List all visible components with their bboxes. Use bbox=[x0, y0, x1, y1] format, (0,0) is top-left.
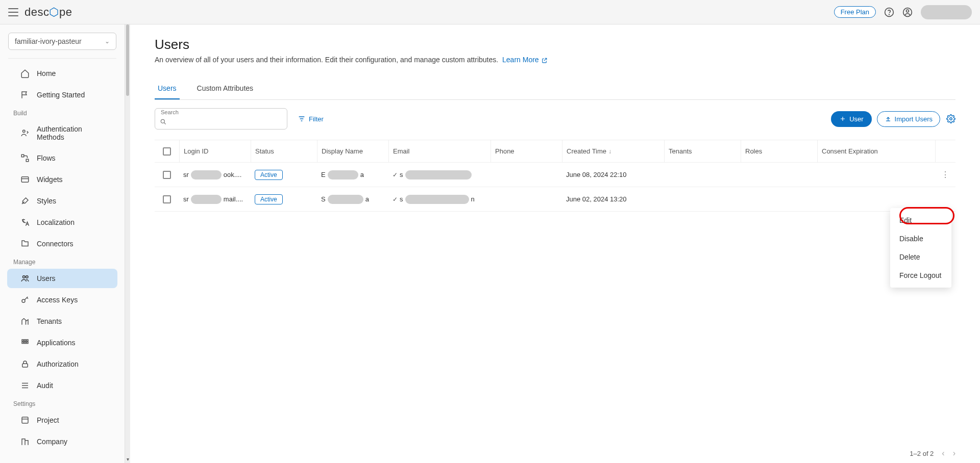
th-status[interactable]: Status bbox=[251, 140, 317, 162]
sidebar-item-label: Home bbox=[37, 69, 56, 78]
sidebar-heading-settings: Settings bbox=[0, 396, 125, 409]
svg-point-19 bbox=[161, 119, 164, 123]
project-name: familiar-ivory-pasteur bbox=[15, 37, 82, 45]
widgets-icon bbox=[20, 175, 30, 184]
status-badge: Active bbox=[255, 170, 283, 180]
user-avatar[interactable] bbox=[921, 5, 972, 19]
th-login-id[interactable]: Login ID bbox=[179, 140, 251, 162]
sidebar-item-auth-methods[interactable]: Authentication Methods bbox=[7, 120, 117, 146]
table-row[interactable]: srmail.... Active Sa ✓sn June 02, 2024 1… bbox=[155, 187, 955, 212]
add-user-button[interactable]: User bbox=[831, 111, 871, 127]
context-force-logout[interactable]: Force Logout bbox=[890, 266, 951, 285]
redacted bbox=[328, 170, 358, 179]
sidebar-item-access-keys[interactable]: Access Keys bbox=[7, 290, 117, 310]
sidebar-item-label: Getting Started bbox=[37, 91, 85, 99]
svg-rect-13 bbox=[27, 340, 28, 341]
sidebar-item-connectors[interactable]: Connectors bbox=[7, 234, 117, 253]
next-page-button[interactable]: › bbox=[953, 449, 955, 458]
cell-created: June 02, 2024 13:20 bbox=[562, 195, 664, 203]
audit-icon bbox=[20, 381, 30, 390]
sidebar-item-label: Styles bbox=[37, 197, 56, 205]
filter-button[interactable]: Filter bbox=[298, 115, 324, 123]
context-delete[interactable]: Delete bbox=[890, 248, 951, 266]
sidebar-item-styles[interactable]: Styles bbox=[7, 191, 117, 211]
check-icon: ✓ bbox=[393, 171, 398, 178]
free-plan-button[interactable]: Free Plan bbox=[834, 6, 876, 18]
sidebar-item-authorization[interactable]: Authorization bbox=[7, 354, 117, 374]
subtitle-text: An overview of all of your users and the… bbox=[155, 56, 498, 64]
auth-icon bbox=[20, 128, 30, 138]
account-icon[interactable] bbox=[902, 7, 913, 17]
table-row[interactable]: srook.... Active Ea ✓s June 08, 2024 22:… bbox=[155, 163, 955, 187]
sidebar-item-localization[interactable]: Localization bbox=[7, 213, 117, 232]
sidebar-item-getting-started[interactable]: Getting Started bbox=[7, 85, 117, 105]
check-icon: ✓ bbox=[393, 196, 398, 203]
sidebar-item-label: Localization bbox=[37, 218, 75, 226]
filter-icon bbox=[298, 115, 306, 123]
table-settings-button[interactable] bbox=[946, 114, 955, 123]
sidebar-item-tenants[interactable]: Tenants bbox=[7, 312, 117, 331]
row-checkbox[interactable] bbox=[163, 171, 171, 179]
th-phone[interactable]: Phone bbox=[491, 140, 562, 162]
th-display-name[interactable]: Display Name bbox=[317, 140, 388, 162]
learn-more-text: Learn More bbox=[502, 56, 539, 64]
upload-icon bbox=[885, 115, 892, 122]
apps-icon bbox=[20, 338, 30, 347]
th-roles[interactable]: Roles bbox=[741, 140, 817, 162]
svg-rect-17 bbox=[22, 364, 28, 367]
row-menu-button[interactable]: ⋮ bbox=[939, 170, 951, 179]
row-checkbox[interactable] bbox=[163, 195, 171, 203]
search-wrapper: Search bbox=[155, 108, 287, 130]
tabs: Users Custom Attributes bbox=[155, 78, 955, 100]
scroll-down-icon[interactable]: ▾ bbox=[125, 456, 130, 462]
sidebar-item-label: Tenants bbox=[37, 317, 62, 325]
sidebar-item-project[interactable]: Project bbox=[7, 410, 117, 430]
sidebar-item-flows[interactable]: Flows bbox=[7, 148, 117, 168]
page-title: Users bbox=[155, 37, 955, 53]
import-users-label: Import Users bbox=[895, 115, 933, 123]
th-tenants[interactable]: Tenants bbox=[664, 140, 741, 162]
sidebar-item-label: Authentication Methods bbox=[37, 125, 104, 141]
flows-icon bbox=[20, 153, 30, 163]
svg-rect-16 bbox=[27, 342, 28, 344]
help-icon[interactable] bbox=[884, 7, 894, 17]
row-context-menu: Edit Disable Delete Force Logout bbox=[890, 208, 951, 288]
sidebar-item-users[interactable]: Users bbox=[7, 269, 117, 288]
logo-part: sc bbox=[37, 6, 49, 18]
sidebar-item-audit[interactable]: Audit bbox=[7, 376, 117, 395]
svg-rect-6 bbox=[26, 159, 29, 162]
logo-part: de bbox=[24, 6, 37, 18]
company-icon bbox=[20, 437, 30, 446]
context-disable[interactable]: Disable bbox=[890, 229, 951, 248]
filter-label: Filter bbox=[309, 115, 324, 123]
sidebar-item-label: Company bbox=[37, 438, 67, 446]
sidebar-item-home[interactable]: Home bbox=[7, 64, 117, 83]
scrollbar-thumb[interactable] bbox=[126, 24, 129, 96]
redacted bbox=[191, 195, 222, 204]
tab-users[interactable]: Users bbox=[155, 78, 180, 99]
th-created-time[interactable]: Created Time↓ bbox=[562, 140, 664, 162]
svg-rect-7 bbox=[21, 177, 29, 183]
learn-more-link[interactable]: Learn More bbox=[502, 56, 548, 64]
project-selector[interactable]: familiar-ivory-pasteur ⌄ bbox=[8, 33, 116, 50]
th-email[interactable]: Email bbox=[388, 140, 491, 162]
redacted bbox=[191, 170, 222, 179]
pagination-text: 1–2 of 2 bbox=[910, 450, 934, 457]
app-body: familiar-ivory-pasteur ⌄ Home Getting St… bbox=[0, 24, 980, 463]
prev-page-button[interactable]: ‹ bbox=[942, 449, 944, 458]
import-users-button[interactable]: Import Users bbox=[877, 111, 940, 127]
select-all-checkbox[interactable] bbox=[163, 147, 171, 156]
tab-custom-attributes[interactable]: Custom Attributes bbox=[194, 78, 257, 99]
project-icon bbox=[20, 416, 30, 425]
sidebar-item-widgets[interactable]: Widgets bbox=[7, 170, 117, 189]
context-edit[interactable]: Edit bbox=[890, 211, 951, 229]
svg-point-9 bbox=[26, 276, 29, 278]
hamburger-icon[interactable] bbox=[8, 8, 18, 16]
th-consent-expiration[interactable]: Consent Expiration bbox=[817, 140, 935, 162]
main-content: Users An overview of all of your users a… bbox=[130, 24, 980, 463]
svg-point-20 bbox=[950, 118, 952, 120]
sidebar-scrollbar[interactable]: ▾ bbox=[125, 24, 130, 463]
svg-rect-11 bbox=[22, 340, 23, 341]
sidebar-item-applications[interactable]: Applications bbox=[7, 333, 117, 352]
sidebar-item-company[interactable]: Company bbox=[7, 432, 117, 451]
